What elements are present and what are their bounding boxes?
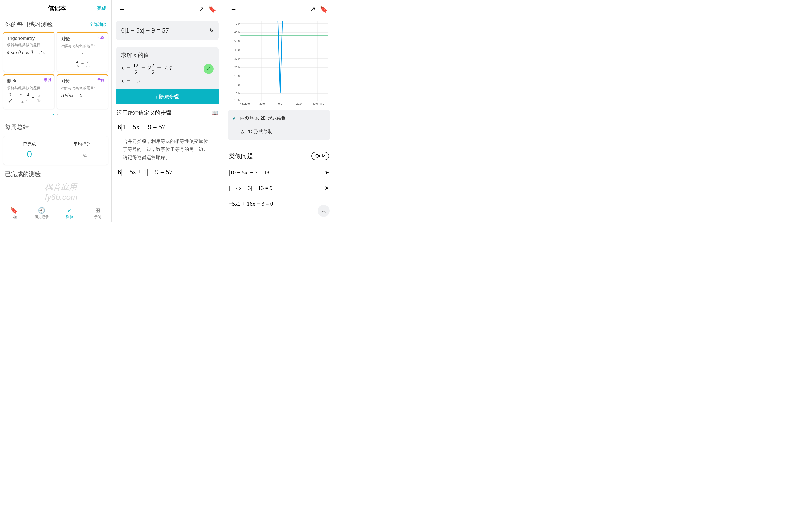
- step-equation: 6| − 5x + 1| − 9 = 57: [111, 167, 223, 177]
- chart-area[interactable]: 70.060.050.0 40.030.020.0 10.00.0-10.0 -…: [223, 19, 334, 108]
- nav-quiz[interactable]: ✓测验: [56, 207, 84, 220]
- card-math: 4 sin θ cos θ = 2 s: [7, 49, 51, 56]
- watermark: 枫音应用 fy6b.com: [45, 182, 111, 202]
- completed-value: 0: [3, 149, 56, 159]
- svg-text:-40.0: -40.0: [243, 102, 250, 105]
- quiz-card[interactable]: Trigonometry 求解与此类似的题目: 4 sin θ cos θ = …: [3, 32, 54, 72]
- completed-quiz-title: 已完成的测验: [5, 170, 41, 178]
- similar-math: |10 − 5x| − 7 = 18: [229, 169, 270, 176]
- weekly-section: 每周总结: [0, 119, 111, 134]
- card-math: 3n2 = n − 43n2 + 23n: [7, 93, 51, 104]
- nav-bookmarks[interactable]: 🔖书签: [0, 207, 28, 220]
- graph-plot: 70.060.050.0 40.030.020.0 10.00.0-10.0 -…: [228, 21, 330, 106]
- problem-box[interactable]: 6|1 − 5x| − 9 = 57 ✎: [116, 21, 218, 40]
- answer-row: x = 125 = 225 = 2.4 ✓: [121, 62, 213, 75]
- solve-title: 求解 x 的值: [121, 51, 213, 59]
- pct-label: %: [83, 154, 87, 158]
- similar-problem[interactable]: |10 − 5x| − 7 = 18 ➤: [223, 165, 334, 180]
- option-both-2d[interactable]: 两侧均以 2D 形式绘制: [228, 111, 330, 125]
- history-icon: 🕘: [28, 207, 56, 214]
- page-indicator: ● ●: [0, 109, 111, 119]
- weekly-title: 每周总结: [5, 123, 29, 131]
- similar-math: | − 4x + 3| + 13 = 9: [229, 185, 273, 191]
- back-button[interactable]: ←: [228, 4, 239, 14]
- scroll-up-button[interactable]: ︿: [318, 205, 330, 217]
- svg-text:30.0: 30.0: [234, 57, 239, 60]
- svg-text:50.0: 50.0: [234, 40, 239, 43]
- header: ← ↗ 🔖: [223, 0, 334, 19]
- steps-title: 运用绝对值定义的步骤: [116, 109, 171, 117]
- similar-header: 类似问题 Quiz: [223, 147, 334, 165]
- quiz-icon: ✓: [56, 207, 84, 214]
- svg-text:60.0: 60.0: [234, 31, 239, 34]
- completed-label: 已完成: [3, 141, 56, 147]
- steps-header: 运用绝对值定义的步骤 📖: [111, 104, 223, 122]
- daily-section: 你的每日练习测验 全部清除: [0, 17, 111, 32]
- svg-text:20.0: 20.0: [296, 102, 302, 105]
- similar-math: −5x2 + 16x − 3 = 0: [229, 201, 273, 207]
- arrow-icon: ➤: [325, 185, 329, 191]
- svg-text:40.0: 40.0: [234, 49, 239, 51]
- completed-stat: 已完成 0: [3, 141, 56, 159]
- quiz-button[interactable]: Quiz: [311, 152, 329, 160]
- avg-stat: 平均得分 --%: [56, 141, 108, 159]
- nav-examples[interactable]: ⊞示例: [84, 207, 111, 220]
- bottom-nav: 🔖书签 🕘历史记录 ✓测验 ⊞示例: [0, 204, 111, 222]
- nav-history[interactable]: 🕘历史记录: [28, 207, 56, 220]
- svg-text:40.0: 40.0: [312, 102, 318, 105]
- example-tag: 示例: [97, 78, 104, 82]
- answer-1: x = 125 = 225 = 2.4: [121, 62, 172, 75]
- clear-all-button[interactable]: 全部清除: [89, 22, 106, 27]
- problem-expression: 6|1 − 5x| − 9 = 57: [121, 27, 169, 34]
- example-tag: 示例: [97, 36, 104, 40]
- svg-text:-10.0: -10.0: [233, 92, 239, 95]
- page-title: 笔记本: [17, 4, 97, 13]
- bookmark-button[interactable]: 🔖: [206, 4, 218, 14]
- hide-steps-button[interactable]: ↑ 隐藏步骤: [116, 90, 218, 104]
- arrow-icon: ➤: [325, 169, 329, 176]
- solution-box: 求解 x 的值 x = 125 = 225 = 2.4 ✓ x = −2: [116, 47, 218, 90]
- card-grid: Trigonometry 求解与此类似的题目: 4 sin θ cos θ = …: [0, 32, 111, 109]
- card-math: 85 225 − 516: [60, 50, 104, 68]
- svg-text:48.0: 48.0: [319, 102, 324, 105]
- svg-text:20.0: 20.0: [234, 66, 239, 69]
- completed-quiz-section: 已完成的测验: [0, 167, 111, 182]
- daily-title: 你的每日练习测验: [5, 20, 53, 28]
- option-2d[interactable]: 以 2D 形式绘制: [228, 125, 330, 138]
- card-subtitle: 求解与此类似的题目:: [60, 86, 104, 91]
- weekly-summary-card: 已完成 0 平均得分 --%: [3, 136, 108, 165]
- step-explanation: 合并同类项，利用等式的相等性使变量位于等号的一边，数字位于等号的另一边。请记得遵…: [117, 136, 217, 163]
- share-button[interactable]: ↗: [197, 4, 206, 14]
- svg-text:-19.5: -19.5: [233, 98, 239, 101]
- header: ← ↗ 🔖: [111, 0, 223, 19]
- card-subtitle: 求解与此类似的题目:: [60, 44, 104, 49]
- similar-title: 类似问题: [229, 152, 253, 160]
- back-button[interactable]: ←: [116, 4, 127, 14]
- example-tag: 示例: [44, 78, 51, 82]
- quiz-card[interactable]: 示例 测验 求解与此类似的题目: 85 225 − 516: [57, 32, 108, 72]
- share-button[interactable]: ↗: [308, 4, 318, 14]
- bookmark-button[interactable]: 🔖: [318, 4, 330, 14]
- quiz-card[interactable]: 示例 测验 求解与此类似的题目: 3n2 = n − 43n2 + 23n: [3, 74, 54, 109]
- answer-2: x = −2: [121, 77, 213, 85]
- similar-problem[interactable]: | − 4x + 3| + 13 = 9 ➤: [223, 180, 334, 196]
- svg-text:0.0: 0.0: [278, 102, 282, 105]
- graph-options: 两侧均以 2D 形式绘制 以 2D 形式绘制: [228, 110, 330, 140]
- graph-screen: ← ↗ 🔖: [223, 0, 334, 222]
- quiz-card[interactable]: 示例 测验 求解与此类似的题目: 10√9x = 6: [57, 74, 108, 109]
- edit-icon[interactable]: ✎: [209, 27, 214, 34]
- card-subtitle: 求解与此类似的题目:: [7, 43, 51, 48]
- svg-text:70.0: 70.0: [234, 22, 239, 25]
- notebook-screen: 笔记本 完成 你的每日练习测验 全部清除 Trigonometry 求解与此类似…: [0, 0, 111, 222]
- card-title: Trigonometry: [7, 36, 51, 41]
- svg-text:-20.0: -20.0: [258, 102, 265, 105]
- book-icon[interactable]: 📖: [211, 110, 218, 116]
- solution-screen: ← ↗ 🔖 6|1 − 5x| − 9 = 57 ✎ 求解 x 的值 x = 1…: [111, 0, 223, 222]
- card-subtitle: 求解与此类似的题目:: [7, 86, 51, 91]
- step-equation: 6|1 − 5x| − 9 = 57: [111, 122, 223, 132]
- done-button[interactable]: 完成: [97, 5, 106, 12]
- grid-icon: ⊞: [84, 207, 111, 214]
- svg-text:10.0: 10.0: [234, 75, 239, 78]
- bookmark-icon: 🔖: [0, 207, 28, 214]
- avg-label: 平均得分: [56, 141, 108, 147]
